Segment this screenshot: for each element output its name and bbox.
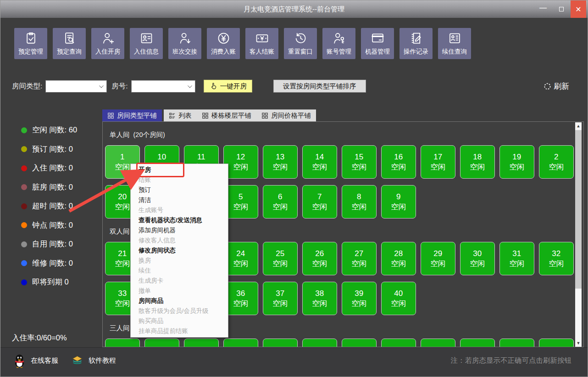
scrollbar-thumb[interactable] [575,130,582,289]
room-tile-26[interactable]: 26空闲 [302,242,337,275]
toolbar-button-8[interactable]: 重置窗口 [284,28,317,59]
room-tile[interactable] [539,339,574,347]
room-tile-5[interactable]: 5空闲 [223,185,258,219]
room-status-legend: 空闲 间数: 60预订 间数: 0入住 间数: 0脏房 间数: 0超时 间数: … [21,125,101,296]
room-tile-32[interactable]: 32空闲 [539,242,574,275]
menu-item-12: 生成房卡 [131,276,228,286]
room-status: 空闲 [391,163,406,171]
room-tile-30[interactable]: 30空闲 [460,242,495,275]
room-tile-24[interactable]: 24空闲 [223,242,258,275]
tab-4[interactable]: 房间价格平铺 [256,109,316,121]
toolbar-button-12[interactable]: 续住查询 [438,28,471,59]
room-number: 26 [315,250,324,258]
room-tile-6[interactable]: 6空闲 [263,185,298,219]
room-status: 空闲 [549,163,564,171]
room-tile-25[interactable]: 25空闲 [263,242,298,275]
room-tile-36[interactable]: 36空闲 [223,282,258,315]
room-tile[interactable] [184,339,219,347]
minimize-button[interactable]: — [534,0,552,18]
menu-item-6[interactable]: 查看机器状态/发送消息 [131,215,228,225]
room-tile-7[interactable]: 7空闲 [302,185,337,219]
room-tile[interactable] [105,339,140,347]
room-status: 空闲 [233,202,248,211]
room-status: 空闲 [509,259,524,268]
menu-item-9[interactable]: 修改房间状态 [131,246,228,256]
room-tile[interactable] [342,339,377,347]
room-type-select[interactable] [45,80,107,93]
tutorial-book-icon [71,355,83,366]
toolbar-button-1[interactable]: 预定管理 [14,28,47,59]
room-tile-9[interactable]: 9空闲 [381,185,416,219]
tab-3[interactable]: 楼栋楼层平铺 [197,109,256,121]
legend-text: 空闲 间数: 60 [32,125,77,135]
vertical-scrollbar[interactable]: ▲ ▼ [575,122,582,347]
room-number: 29 [433,250,442,258]
menu-item-7[interactable]: 添加房间机器 [131,225,228,235]
menu-item-8: 修改客人信息 [131,235,228,246]
room-tile-39[interactable]: 39空闲 [342,282,377,315]
room-tile[interactable] [421,339,455,347]
room-tile-19[interactable]: 19空闲 [499,145,534,179]
online-service-link[interactable]: 在线客服 [13,354,58,368]
menu-item-3[interactable]: 预订 [131,185,228,195]
room-tile-8[interactable]: 8空闲 [342,185,377,219]
refresh-label: 刷新 [554,81,569,92]
scroll-down-icon[interactable]: ▼ [575,339,582,347]
room-tile-37[interactable]: 37空闲 [263,282,298,315]
room-no-select[interactable] [131,80,195,93]
menu-item-4[interactable]: 清洁 [131,195,228,205]
room-tile-17[interactable]: 17空闲 [421,145,455,179]
app-window: 月太电竞酒店管理系统--前台管理 — ✕ 预定管理预定查询入住开房入住信息班次交… [0,0,588,377]
room-tile[interactable] [381,339,416,347]
close-button[interactable]: ✕ [571,0,586,18]
toolbar-button-9[interactable]: 账号管理 [322,28,355,59]
room-tile[interactable] [144,339,179,347]
sort-by-room-type-button[interactable]: 设置按房间类型平铺排序 [273,80,366,93]
room-number: 31 [512,250,521,258]
toolbar-button-11[interactable]: 操作记录 [399,28,433,59]
room-tile-40[interactable]: 40空闲 [381,282,416,315]
refresh-button[interactable]: 刷新 [544,81,569,92]
toolbar-button-4[interactable]: 入住信息 [130,28,163,59]
tab-1[interactable]: 房间类型平铺 [102,109,162,121]
room-tile-16[interactable]: 16空闲 [381,145,416,179]
tutorial-link[interactable]: 软件教程 [71,355,116,366]
toolbar-button-2[interactable]: 预定查询 [53,28,86,59]
toolbar-button-label: 预定管理 [18,48,43,56]
room-tile-38[interactable]: 38空闲 [302,282,337,315]
legend-item-超时: 超时 间数: 0 [21,201,101,211]
menu-item-13: 撤单 [131,286,228,296]
room-tile-29[interactable]: 29空闲 [421,242,455,275]
tab-2[interactable]: 列表 [164,109,197,121]
menu-item-14[interactable]: 房间商品 [131,296,228,306]
quick-open-button[interactable]: 一键开房 [204,80,252,93]
room-tile-12[interactable]: 12空闲 [223,145,258,179]
room-tile-18[interactable]: 18空闲 [460,145,495,179]
room-tile-14[interactable]: 14空闲 [302,145,337,179]
toolbar-button-10[interactable]: 机器管理 [361,28,394,59]
room-tile-13[interactable]: 13空闲 [263,145,298,179]
toolbar-button-6[interactable]: 消费入账 [207,28,240,59]
tab-label: 楼栋楼层平铺 [211,111,251,120]
menu-item-1[interactable]: 开房 [131,165,228,175]
room-status: 空闲 [312,259,327,268]
room-status: 空闲 [115,299,130,307]
room-tile[interactable] [223,339,258,347]
toolbar-button-label: 班次交接 [172,48,197,56]
room-tile[interactable] [263,339,298,347]
room-tile[interactable] [499,339,534,347]
room-tile-2[interactable]: 2空闲 [539,145,574,179]
room-tile[interactable] [460,339,495,347]
toolbar-button-5[interactable]: 班次交接 [168,28,201,59]
toolbar-button-3[interactable]: 入住开房 [91,28,124,59]
toolbar-button-7[interactable]: 客人结账 [245,28,278,59]
room-tile-15[interactable]: 15空闲 [342,145,377,179]
room-tile-27[interactable]: 27空闲 [342,242,377,275]
room-tile[interactable] [302,339,337,347]
legend-text: 即将到期 0 [32,277,69,287]
room-tile-28[interactable]: 28空闲 [381,242,416,275]
room-tile-31[interactable]: 31空闲 [499,242,534,275]
maximize-button[interactable] [552,0,571,18]
room-number: 32 [552,250,560,258]
scroll-up-icon[interactable]: ▲ [575,122,582,130]
